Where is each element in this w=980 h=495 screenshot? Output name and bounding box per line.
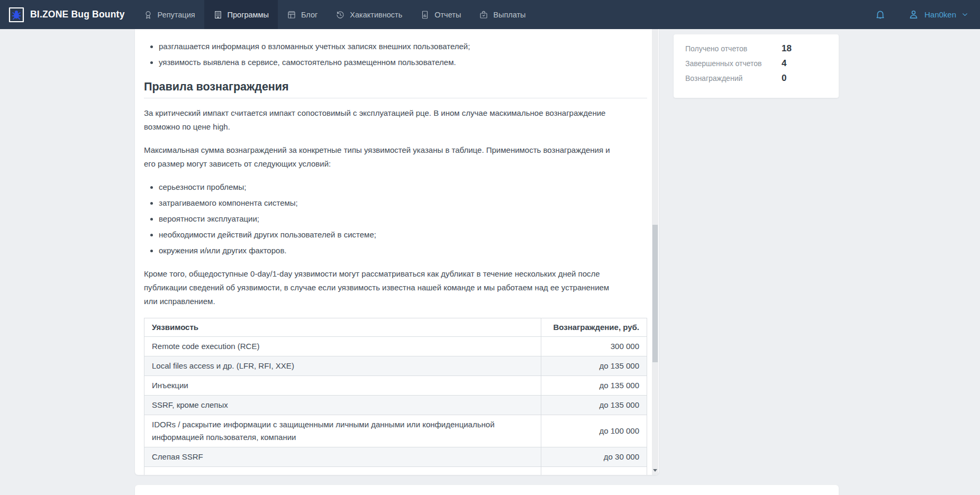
column-header-vulnerability: Уязвимость: [144, 318, 541, 337]
stat-value: 0: [770, 73, 828, 84]
table-row: Инъекции до 135 000: [144, 376, 647, 396]
top-navbar: BI.ZONE Bug Bounty Репутация Программы Б…: [0, 0, 980, 29]
vulnerability-cell: Remote code execution (RCE): [144, 337, 541, 356]
scrollbar-thumb[interactable]: [652, 225, 658, 362]
vulnerability-cell: IDORs / раскрытие информации с защищенны…: [144, 415, 541, 447]
column-header-reward: Вознаграждение, руб.: [541, 318, 647, 337]
nav-label: Блог: [301, 11, 317, 19]
list-item: вероятности эксплуатации;: [159, 212, 621, 226]
list-item: затрагиваемого компонента системы;: [159, 196, 621, 210]
medal-icon: [143, 10, 153, 20]
scrollbar-down-arrow-button[interactable]: [652, 466, 658, 474]
list-item: уязвимость выявлена в сервисе, самостоят…: [159, 56, 621, 69]
program-description-card: разглашается информация о взломанных уче…: [135, 29, 659, 475]
chevron-down-icon: [961, 11, 968, 18]
user-menu[interactable]: Han0ken: [908, 9, 968, 20]
description-scrollbar[interactable]: [652, 29, 658, 475]
list-item: необходимости действий других пользовате…: [159, 228, 621, 242]
list-item: разглашается информация о взломанных уче…: [159, 40, 621, 53]
reward-cell: до 135 000: [541, 396, 647, 415]
reward-cell: до 135 000: [541, 356, 647, 376]
table-row-partial: [144, 467, 647, 475]
notifications-bell-button[interactable]: [875, 9, 886, 20]
program-stats-card: Получено отчетов 18 Завершенных отчетов …: [674, 34, 839, 98]
reward-cell: до 135 000: [541, 376, 647, 396]
vulnerability-cell: Инъекции: [144, 376, 541, 396]
program-description-content: разглашается информация о взломанных уче…: [135, 29, 659, 475]
user-icon: [908, 9, 919, 20]
nav-item-reports[interactable]: Отчеты: [411, 0, 470, 29]
nav-item-blog[interactable]: Блог: [278, 0, 326, 29]
nav-label: Выплаты: [493, 11, 525, 19]
nav-label: Репутация: [158, 11, 195, 19]
stat-value: 4: [770, 58, 828, 69]
stat-row-completed-reports: Завершенных отчетов 4: [685, 58, 828, 69]
table-row: Слепая SSRF до 30 000: [144, 447, 647, 467]
vulnerability-cell: Local files access и др. (LFR, RFI, XXE): [144, 356, 541, 376]
blog-icon: [287, 10, 296, 20]
vulnerability-cell: [144, 467, 541, 475]
stat-value: 18: [770, 43, 828, 54]
nav-label: Программы: [228, 11, 269, 19]
reward-cell: до 100 000: [541, 415, 647, 447]
conditions-bullet-list: серьезности проблемы; затрагиваемого ком…: [144, 180, 621, 258]
reward-cell: [541, 467, 647, 475]
history-clock-icon: [335, 10, 345, 20]
stat-row-rewards: Вознаграждений 0: [685, 73, 828, 84]
section-title-reward-rules: Правила вознаграждения: [144, 79, 659, 95]
building-icon: [213, 10, 223, 20]
main-nav: Репутация Программы Блог Хакактивность: [134, 0, 535, 29]
stat-label: Получено отчетов: [685, 44, 770, 53]
intro-bullet-list: разглашается информация о взломанных уче…: [144, 40, 621, 69]
reward-cell: до 30 000: [541, 447, 647, 467]
navbar-right: Han0ken: [875, 0, 968, 29]
vulnerability-cell: SSRF, кроме слепых: [144, 396, 541, 415]
table-row: Remote code execution (RCE) 300 000: [144, 337, 647, 356]
nav-item-payments[interactable]: Выплаты: [470, 0, 534, 29]
stat-label: Завершенных отчетов: [685, 59, 770, 68]
table-row: SSRF, кроме слепых до 135 000: [144, 396, 647, 415]
bell-icon: [875, 9, 886, 20]
report-document-icon: [420, 10, 430, 20]
brand[interactable]: BI.ZONE Bug Bounty: [8, 0, 125, 29]
stat-row-received-reports: Получено отчетов 18: [685, 43, 828, 54]
bizone-bug-logo-icon: [8, 7, 24, 23]
vulnerability-cell: Слепая SSRF: [144, 447, 541, 467]
rewards-table: Уязвимость Вознаграждение, руб. Remote c…: [144, 318, 647, 475]
user-name: Han0ken: [924, 10, 956, 19]
table-row: Local files access и др. (LFR, RFI, XXE)…: [144, 356, 647, 376]
reward-cell: 300 000: [541, 337, 647, 356]
nav-item-programs[interactable]: Программы: [204, 0, 278, 29]
list-item: окружения и/или других факторов.: [159, 244, 621, 258]
table-row: IDORs / раскрытие информации с защищенны…: [144, 415, 647, 447]
section-divider: [144, 98, 647, 98]
next-section-card: [135, 485, 839, 495]
paragraph-critical-impact: За критический импакт считается импакт с…: [144, 106, 621, 134]
nav-item-hacktivity[interactable]: Хакактивность: [326, 0, 411, 29]
table-header-row: Уязвимость Вознаграждение, руб.: [144, 318, 647, 337]
nav-label: Хакактивность: [350, 11, 402, 19]
nav-label: Отчеты: [434, 11, 461, 19]
stat-label: Вознаграждений: [685, 74, 770, 82]
paragraph-zero-day: Кроме того, общедоступные 0-day/1-day уя…: [144, 267, 621, 308]
list-item: серьезности проблемы;: [159, 180, 621, 194]
nav-item-reputation[interactable]: Репутация: [134, 0, 204, 29]
brand-title: BI.ZONE Bug Bounty: [30, 9, 125, 20]
paragraph-max-reward: Максимальная сумма вознаграждений за кон…: [144, 143, 621, 171]
payments-briefcase-icon: [479, 10, 488, 20]
